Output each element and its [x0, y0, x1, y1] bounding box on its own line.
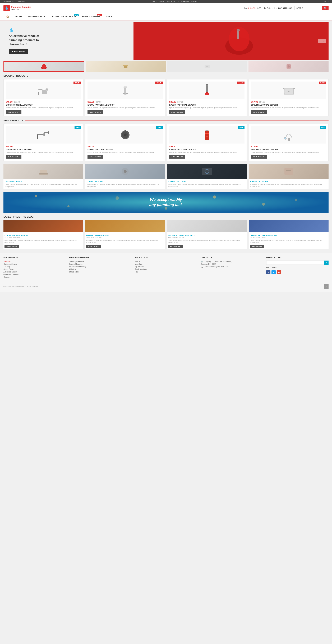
thumb-3[interactable]	[167, 61, 247, 72]
footer-link-sitemap[interactable]: Site Map	[3, 266, 66, 268]
svg-rect-51	[285, 168, 293, 175]
copyright-text: © 2016 Magento Demo Store. All Rights Re…	[3, 286, 38, 288]
add-to-cart-special-3[interactable]: ADD TO CART	[169, 110, 185, 114]
back-to-top-button[interactable]: ▲	[324, 284, 329, 289]
hero-image	[150, 22, 329, 60]
add-to-cart-new-1[interactable]: ADD TO CART	[6, 155, 21, 158]
svg-point-59	[262, 203, 265, 206]
banner-image-3	[167, 164, 247, 179]
price-row-2: $22.90 $87.90	[88, 100, 163, 103]
hero-title: An extensive range of plumbing products …	[9, 34, 47, 46]
blog-card-2: DEPOSIT LOREM IPSUM 14.02.2015 BY ADMIN …	[85, 220, 165, 249]
footer-link-orders[interactable]: Orders and Returns	[3, 274, 66, 276]
footer-link-shipping[interactable]: Shipping & Returns	[69, 260, 131, 262]
add-to-cart-special-4[interactable]: ADD TO CART	[251, 110, 267, 114]
checkout-link[interactable]: CHECKOUT	[166, 1, 176, 2]
add-to-cart-new-2[interactable]: ADD TO CART	[88, 155, 103, 158]
svg-rect-23	[206, 92, 208, 93]
blog-post-title-2[interactable]: DEPOSIT LOREM IPSUM	[86, 234, 164, 236]
footer-link-contact[interactable]: Contact	[3, 276, 66, 278]
logo[interactable]: 💧 Plumbing Supplies since 2010	[3, 5, 31, 11]
search-button[interactable]: 🔍	[322, 6, 329, 10]
hero-content: 💧 An extensive range of plumbing product…	[3, 22, 52, 59]
banner-content-3: EPSUM FACTORIAL Lorem ipsum dolor stints…	[167, 179, 247, 189]
add-to-cart-new-3[interactable]: ADD TO CART	[169, 155, 185, 158]
blog-card-3: DOLOR SIT AMET NSECTETU 13.02.2015 BY AD…	[167, 220, 247, 249]
banner-title-4[interactable]: EPSUM FACTORIAL	[250, 180, 327, 183]
sale-badge-3: SALE!	[237, 82, 244, 84]
footer-link-intl[interactable]: International Shipping	[69, 266, 131, 268]
nav-home-garden[interactable]: HOME & GARDEN SALE!	[79, 13, 102, 20]
footer-link-help[interactable]: Help	[135, 271, 197, 273]
read-more-2[interactable]: READ MORE	[86, 245, 101, 248]
new-product-2: NEW $12.90 EPSUM FACTORIAL DEPOSIT Epsum…	[85, 124, 165, 161]
blog-desc-1: Lorem ipsum dolor stintsue adipiscing el…	[4, 239, 82, 244]
footer-why-title: WHY BUY FROM US	[69, 256, 131, 259]
footer-link-cs[interactable]: Customer Service	[3, 263, 66, 265]
wishlist-link[interactable]: MY WISHLIST	[178, 1, 189, 2]
footer-link-affiliates[interactable]: Affiliates	[69, 268, 131, 270]
price-row-4: $67.90 $87.90	[251, 100, 326, 103]
add-to-cart-new-4[interactable]: ADD TO CART	[251, 155, 267, 158]
footer-link-cart[interactable]: View Cart	[135, 263, 197, 265]
nav-about[interactable]: ABOUT	[12, 13, 25, 20]
footer-bottom: © 2016 Magento Demo Store. All Rights Re…	[3, 282, 329, 289]
facebook-button[interactable]: f	[266, 270, 270, 274]
welcome-text: Welcome to our online store!	[3, 1, 25, 2]
footer-link-search[interactable]: Search Terms	[3, 268, 66, 270]
blog-post-title-4[interactable]: CONSECTETUER ADIPISCING	[250, 234, 328, 236]
add-to-cart-special-2[interactable]: ADD TO CART	[88, 110, 103, 114]
footer-link-status[interactable]: Status Table	[69, 271, 131, 273]
svg-point-58	[213, 196, 216, 198]
cart-info[interactable]: Cart: 0 item(s) - $0.00	[244, 7, 261, 9]
svg-rect-28	[294, 88, 295, 89]
new-badge: NEW	[74, 14, 79, 16]
thumb-2[interactable]	[86, 61, 166, 72]
blog-header: LATEST FROM THE BLOG	[3, 215, 329, 218]
read-more-1[interactable]: READ MORE	[4, 245, 19, 248]
section-divider	[30, 76, 329, 76]
full-banner: We accept readily any plumbing task	[3, 192, 329, 212]
nav-decorative[interactable]: DECORATIVE PRODUCTS NEW	[48, 13, 79, 20]
special-product-1: SALE! $46.90 $87.90 EPSUM FACTORIAL DEPO…	[3, 79, 83, 116]
svg-rect-40	[206, 130, 208, 132]
blog-post-title-1[interactable]: LOREM IPSUM DOLOR SIT	[4, 234, 82, 236]
svg-rect-33	[48, 132, 49, 134]
hero-prev-button[interactable]: ‹	[318, 39, 322, 43]
banner-image-1	[3, 164, 83, 179]
nav-tools[interactable]: TOOLS	[103, 13, 115, 20]
blog-post-title-3[interactable]: DOLOR SIT AMET NSECTETU	[168, 234, 246, 236]
footer-link-wishlist[interactable]: My Wishlist	[135, 266, 197, 268]
currency-selector[interactable]: $	[328, 1, 329, 2]
banner-title-3[interactable]: EPSUM FACTORIAL	[168, 180, 245, 183]
newsletter-email-input[interactable]	[266, 260, 325, 265]
hero-next-button[interactable]: ›	[322, 39, 326, 43]
new-product-image-2: NEW	[88, 126, 163, 144]
footer-link-secure[interactable]: Secure Shopping	[69, 263, 131, 265]
thumb-4[interactable]	[248, 61, 329, 72]
search-input[interactable]	[295, 6, 322, 10]
svg-point-3	[237, 29, 240, 32]
language-selector[interactable]: En	[324, 1, 326, 2]
nav-home[interactable]: 🏠	[3, 13, 12, 20]
svg-rect-13	[38, 89, 42, 90]
my-account-link[interactable]: MY ACCOUNT	[153, 1, 164, 2]
footer-link-track[interactable]: Track My Order	[135, 268, 197, 270]
blog-meta-1: 14.02.2015 BY ADMIN	[4, 237, 82, 238]
shop-now-button[interactable]: SHOP NOW!	[9, 49, 28, 54]
nav-kitchen-bath[interactable]: KITCHEN & BATH	[25, 13, 48, 20]
footer-link-advanced[interactable]: Advanced Search	[3, 271, 66, 273]
footer-link-signin[interactable]: Sign In	[135, 260, 197, 262]
read-more-3[interactable]: READ MORE	[168, 245, 183, 248]
googleplus-button[interactable]: g+	[277, 270, 281, 274]
footer-link-about[interactable]: About Us	[3, 260, 66, 262]
svg-rect-46	[39, 173, 48, 174]
newsletter-submit-button[interactable]: ›	[325, 260, 329, 265]
banner-title-2[interactable]: EPSUM FACTORIAL	[87, 180, 164, 183]
thumb-1[interactable]	[3, 61, 84, 72]
twitter-button[interactable]: t	[272, 270, 276, 274]
banner-title-1[interactable]: EPSUM FACTORIAL	[5, 180, 82, 183]
add-to-cart-special-1[interactable]: ADD TO CART	[6, 110, 21, 114]
read-more-4[interactable]: READ MORE	[250, 245, 264, 248]
login-link[interactable]: LOG IN	[191, 1, 197, 2]
